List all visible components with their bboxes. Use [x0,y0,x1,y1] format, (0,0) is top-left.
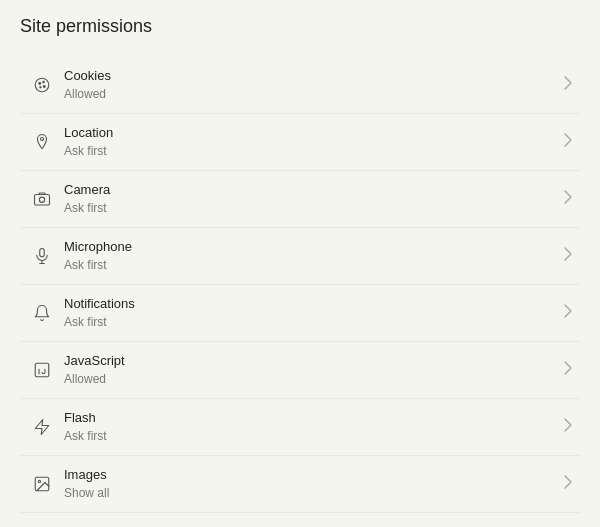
svg-rect-8 [40,248,45,256]
permission-subtitle-cookies: Allowed [64,86,556,103]
svg-point-0 [35,78,49,92]
svg-rect-6 [35,194,50,205]
permission-content-images: ImagesShow all [64,466,556,502]
permission-content-popups: Pop-ups and redirectsBlocked [64,523,556,527]
svg-point-3 [43,86,45,88]
svg-point-14 [38,480,40,482]
permission-content-cookies: CookiesAllowed [64,67,556,103]
permission-item-javascript[interactable]: JavaScriptAllowed [20,342,580,399]
permission-item-popups[interactable]: Pop-ups and redirectsBlocked [20,513,580,527]
permission-subtitle-notifications: Ask first [64,314,556,331]
permission-title-notifications: Notifications [64,295,556,313]
location-icon [28,133,56,151]
permission-subtitle-images: Show all [64,485,556,502]
permission-subtitle-microphone: Ask first [64,257,556,274]
permission-subtitle-javascript: Allowed [64,371,556,388]
chevron-icon-location [564,133,572,150]
cookies-icon [28,76,56,94]
permission-content-notifications: NotificationsAsk first [64,295,556,331]
permission-title-popups: Pop-ups and redirects [64,523,556,527]
javascript-icon [28,361,56,379]
chevron-icon-microphone [564,247,572,264]
permission-title-flash: Flash [64,409,556,427]
permission-content-location: LocationAsk first [64,124,556,160]
permission-item-microphone[interactable]: MicrophoneAsk first [20,228,580,285]
permission-item-images[interactable]: ImagesShow all [20,456,580,513]
svg-marker-12 [35,419,49,434]
svg-point-4 [40,87,41,88]
chevron-icon-images [564,475,572,492]
permission-subtitle-flash: Ask first [64,428,556,445]
permission-content-flash: FlashAsk first [64,409,556,445]
permission-item-camera[interactable]: CameraAsk first [20,171,580,228]
svg-point-5 [41,137,44,140]
svg-point-7 [39,197,44,202]
chevron-icon-camera [564,190,572,207]
permission-title-camera: Camera [64,181,556,199]
images-icon [28,475,56,493]
permission-item-notifications[interactable]: NotificationsAsk first [20,285,580,342]
chevron-icon-javascript [564,361,572,378]
microphone-icon [28,247,56,265]
permissions-list: CookiesAllowedLocationAsk firstCameraAsk… [20,57,580,527]
chevron-icon-flash [564,418,572,435]
permission-content-javascript: JavaScriptAllowed [64,352,556,388]
permission-subtitle-location: Ask first [64,143,556,160]
camera-icon [28,190,56,208]
permission-title-javascript: JavaScript [64,352,556,370]
permission-title-cookies: Cookies [64,67,556,85]
permission-title-location: Location [64,124,556,142]
permission-item-location[interactable]: LocationAsk first [20,114,580,171]
permission-item-flash[interactable]: FlashAsk first [20,399,580,456]
notifications-icon [28,304,56,322]
permission-content-microphone: MicrophoneAsk first [64,238,556,274]
svg-rect-11 [35,363,49,377]
svg-point-1 [39,83,41,85]
permission-title-images: Images [64,466,556,484]
chevron-icon-cookies [564,76,572,93]
svg-point-2 [43,81,45,83]
permission-content-camera: CameraAsk first [64,181,556,217]
site-permissions-page: Site permissions CookiesAllowedLocationA… [0,0,600,527]
permission-title-microphone: Microphone [64,238,556,256]
page-title: Site permissions [20,16,580,45]
permission-item-cookies[interactable]: CookiesAllowed [20,57,580,114]
chevron-icon-notifications [564,304,572,321]
flash-icon [28,418,56,436]
permission-subtitle-camera: Ask first [64,200,556,217]
